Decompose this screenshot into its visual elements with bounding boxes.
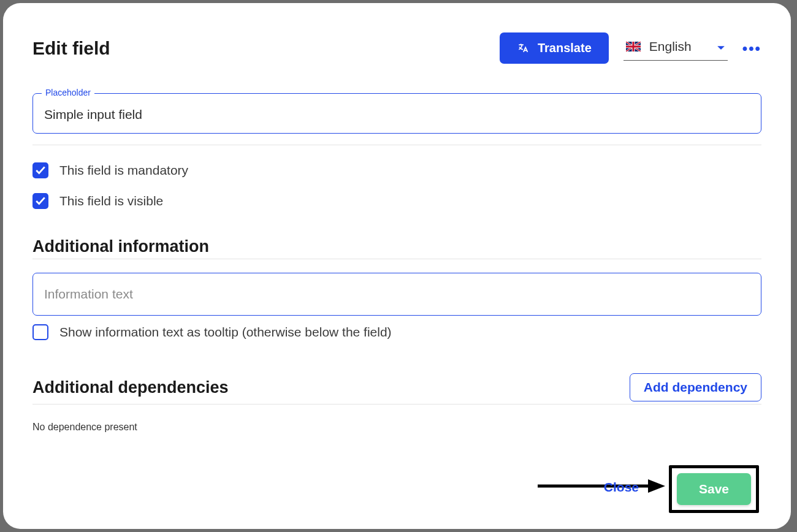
placeholder-label: Placeholder [42, 88, 94, 97]
visible-label: This field is visible [59, 194, 163, 208]
close-button[interactable]: Close [604, 480, 639, 495]
language-select[interactable]: English [623, 36, 728, 61]
translate-label: Translate [538, 41, 592, 55]
uk-flag-icon [626, 42, 641, 51]
visible-checkbox-row: This field is visible [32, 193, 761, 209]
arrow-annotation-icon [538, 477, 666, 502]
save-button[interactable]: Save [677, 473, 751, 505]
no-dependency-text: No dependence present [32, 422, 761, 433]
language-label: English [649, 39, 708, 54]
tooltip-checkbox-row: Show information text as tooltip (otherw… [32, 324, 761, 340]
translate-button[interactable]: Translate [500, 32, 609, 64]
translate-icon [517, 42, 529, 55]
visible-checkbox[interactable] [32, 193, 48, 209]
mandatory-checkbox[interactable] [32, 162, 48, 178]
additional-info-heading: Additional information [32, 237, 761, 256]
deps-divider [32, 404, 761, 405]
mandatory-checkbox-row: This field is mandatory [32, 162, 761, 178]
modal-header: Edit field Translate [32, 32, 761, 64]
tooltip-label: Show information text as tooltip (otherw… [59, 325, 392, 340]
additional-deps-heading: Additional dependencies [32, 378, 229, 397]
header-actions: Translate English ••• [500, 32, 761, 64]
divider [32, 145, 761, 145]
tooltip-checkbox[interactable] [32, 324, 48, 340]
placeholder-input[interactable] [44, 107, 750, 122]
modal-footer: Close Save [32, 462, 761, 511]
edit-field-modal: Edit field Translate [3, 3, 791, 529]
section-divider [32, 259, 761, 259]
placeholder-field-group: Placeholder [32, 93, 761, 134]
information-text-input[interactable] [44, 287, 750, 302]
chevron-down-icon [717, 42, 725, 51]
modal-title: Edit field [32, 38, 110, 59]
svg-marker-2 [648, 479, 665, 493]
mandatory-label: This field is mandatory [59, 163, 188, 178]
save-highlight-box: Save [669, 465, 759, 513]
more-options-icon[interactable]: ••• [742, 40, 761, 57]
info-input-wrapper [32, 273, 761, 316]
deps-header-row: Additional dependencies Add dependency [32, 373, 761, 401]
add-dependency-button[interactable]: Add dependency [630, 373, 761, 401]
